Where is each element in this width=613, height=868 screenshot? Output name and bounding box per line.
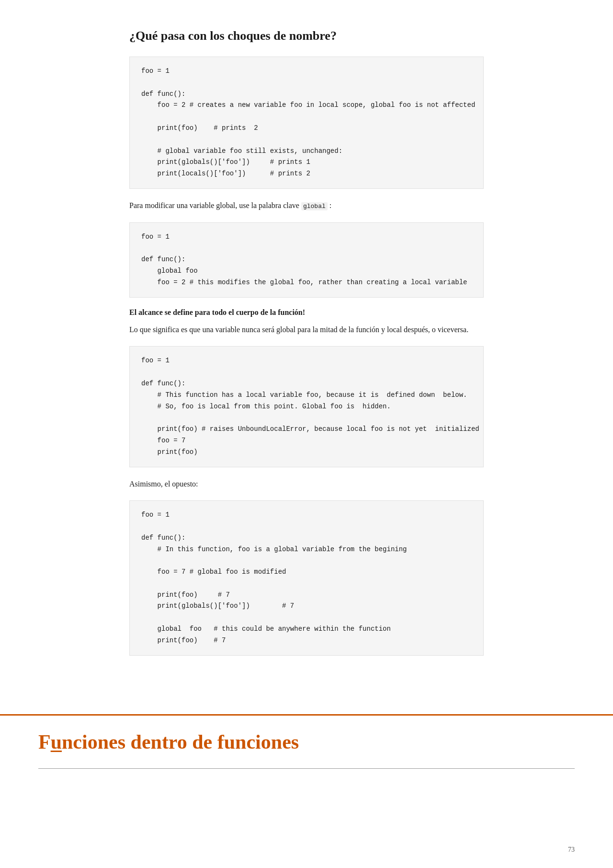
footer-line	[38, 768, 575, 769]
section-title: ¿Qué pasa con los choques de nombre?	[129, 29, 484, 43]
page-number: 73	[568, 846, 575, 854]
chapter-title-underline-u: u	[51, 731, 62, 753]
code-block-4: foo = 1 def func(): # In this function, …	[129, 500, 484, 656]
code-block-2: foo = 1 def func(): global foo foo = 2 #…	[129, 222, 484, 298]
prose-2: Lo que significa es que una variable nun…	[129, 324, 484, 336]
bold-heading: El alcance se define para todo el cuerpo…	[129, 308, 484, 317]
chapter-heading: Funciones dentro de funciones	[0, 714, 613, 764]
chapter-title-rest: nciones dentro de funciones	[62, 731, 299, 753]
prose-3: Asimismo, el opuesto:	[129, 478, 484, 490]
chapter-title-f: F	[38, 731, 51, 753]
prose-1-text: Para modificar una variable global, use …	[129, 201, 301, 209]
code-block-1: foo = 1 def func(): foo = 2 # creates a …	[129, 57, 484, 189]
prose-1: Para modificar una variable global, use …	[129, 199, 484, 212]
global-keyword-inline: global	[301, 202, 328, 210]
code-block-3: foo = 1 def func(): # This function has …	[129, 346, 484, 467]
prose-1-end: :	[328, 201, 331, 209]
chapter-title: Funciones dentro de funciones	[38, 730, 575, 754]
